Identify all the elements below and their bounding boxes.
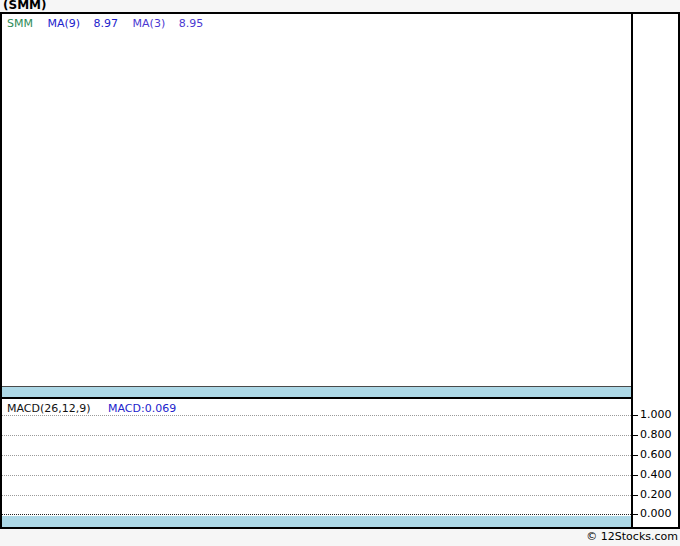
gridline-0.800 [2,435,631,436]
tick-mark [633,475,638,476]
gridline-0.600 [2,455,631,456]
copyright-link[interactable]: © 12Stocks.com [586,530,678,543]
macd-label: MACD(26,12,9) [7,402,91,415]
legend-ma9-value: 8.97 [94,17,119,30]
tick-mark [633,415,638,416]
tick-mark [633,435,638,436]
price-panel: SMM MA(9) 8.97 MA(3) 8.95 [2,14,631,397]
legend-ma3-value: 8.95 [179,17,204,30]
tick-mark [633,495,638,496]
macd-value: MACD:0.069 [108,402,176,415]
tick-label: 0.400 [640,468,672,481]
tick-label: 0.000 [640,507,672,520]
gridline-0.400 [2,475,631,476]
legend-symbol: SMM [7,17,33,30]
macd-legend: MACD(26,12,9) MACD:0.069 [7,402,176,415]
tick-mark [633,455,638,456]
page-title: (SMM) [3,0,47,12]
gridline-zero [2,514,631,515]
chart-container: SMM MA(9) 8.97 MA(3) 8.95 MACD(26,12,9) … [0,12,680,529]
tick-label: 0.600 [640,448,672,461]
macd-panel: MACD(26,12,9) MACD:0.069 [2,399,631,527]
tick-label: 0.800 [640,428,672,441]
tick-mark [633,514,638,515]
gridline-0.200 [2,495,631,496]
price-legend: SMM MA(9) 8.97 MA(3) 8.95 [7,17,203,30]
macd-bottom-band [2,516,631,527]
legend-ma3-label: MA(3) [133,17,166,30]
date-axis-band [2,387,631,397]
y-axis: 1.000 0.800 0.600 0.400 0.200 0.000 [633,14,678,527]
gridline-1.000 [2,415,631,416]
tick-label: 0.200 [640,488,672,501]
legend-ma9-label: MA(9) [47,17,80,30]
tick-label: 1.000 [640,408,672,421]
